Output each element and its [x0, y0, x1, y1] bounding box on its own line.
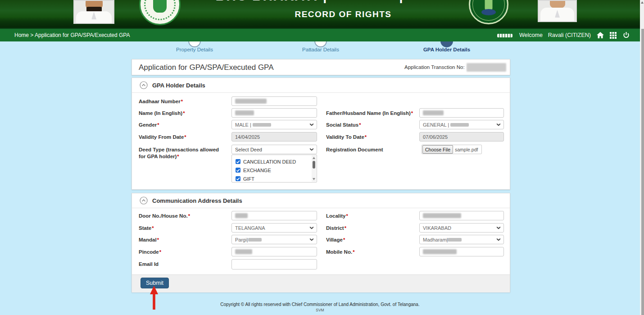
- submit-strip: Submit: [132, 274, 510, 292]
- registration-document-file-input[interactable]: Choose File sample.pdf: [422, 145, 482, 154]
- logout-power-icon[interactable]: [622, 32, 630, 39]
- validity-from-label: Validity From Date: [139, 132, 231, 141]
- navbar-right: తెలుగు Welcome Ravali (CITIZEN): [497, 32, 640, 39]
- mobile-no-label: Mobile No.: [317, 247, 419, 256]
- door-no-label: Door No./House No.: [139, 211, 231, 219]
- home-icon[interactable]: [596, 32, 604, 39]
- pincode-input[interactable]: [231, 247, 317, 256]
- email-id-input[interactable]: [231, 259, 317, 269]
- deed-option-gift[interactable]: GIFT: [236, 174, 317, 183]
- district-select[interactable]: VIKARABAD: [419, 223, 504, 233]
- mandal-label: Mandal: [139, 235, 231, 243]
- page-footer: Copyright © All rights reserved with Chi…: [0, 302, 640, 312]
- communication-address-section: Communication Address Details Door No./H…: [132, 193, 510, 292]
- chevron-down-icon: [310, 123, 313, 126]
- email-id-label: Email Id: [139, 259, 231, 268]
- validity-to-label: Validity To Date: [317, 132, 419, 141]
- gender-label: Gender: [139, 120, 231, 128]
- validity-from-input: 14/04/2025: [231, 132, 317, 142]
- deed-type-placeholder: Select Deed: [235, 147, 262, 152]
- state-select[interactable]: TELANGANA: [231, 223, 317, 233]
- apps-grid-icon[interactable]: [609, 32, 617, 39]
- validity-from-value: 14/04/2025: [235, 134, 260, 140]
- father-husband-name-label: Father/Husband Name (In English): [317, 108, 419, 117]
- step-label-property-details: Property Details: [150, 47, 240, 52]
- redacted-value: [423, 249, 457, 254]
- redacted-value: [235, 110, 254, 115]
- deed-option-cancellation[interactable]: CANCELLATION DEED: [236, 157, 317, 166]
- district-label: District: [317, 223, 419, 232]
- step-label-pattadar-details: Pattadar Details: [276, 47, 366, 52]
- aadhaar-number-input[interactable]: [231, 96, 317, 106]
- language-toggle[interactable]: తెలుగు: [497, 32, 513, 38]
- deed-type-listbox[interactable]: CANCELLATION DEED EXCHANGE GIFT: [231, 155, 317, 183]
- choose-file-button[interactable]: Choose File: [422, 145, 453, 154]
- chevron-down-icon: [310, 227, 313, 229]
- breadcrumb[interactable]: Home > Application for GPA/SPA/Executed …: [14, 32, 130, 38]
- name-english-label: Name (In English): [139, 108, 231, 117]
- deed-type-select[interactable]: Select Deed: [231, 145, 317, 154]
- collapse-chevron-icon: [140, 196, 148, 205]
- redacted-value: [235, 213, 248, 218]
- mandal-select[interactable]: Pargi|పరిగి: [231, 235, 317, 244]
- redacted-value: [235, 99, 267, 104]
- gpa-holder-details-section: GPA Holder Details Aadhaar Number Name (…: [132, 78, 510, 190]
- checkbox-checked-icon[interactable]: [236, 176, 240, 181]
- scrollbar-up-icon[interactable]: [641, 1, 644, 4]
- comm-section-header[interactable]: Communication Address Details: [132, 193, 510, 208]
- redacted-value: [235, 249, 252, 254]
- aadhaar-number-label: Aadhaar Number: [139, 96, 231, 105]
- top-navbar: Home > Application for GPA/SPA/Executed …: [0, 28, 640, 41]
- deed-type-label: Deed Type (transactions allowed for GPA …: [139, 145, 227, 160]
- validity-to-input: 07/06/2025: [419, 132, 504, 142]
- scroll-up-icon[interactable]: [313, 157, 315, 159]
- copyright-text: Copyright © All rights reserved with Chi…: [0, 302, 640, 307]
- village-select[interactable]: Madharam|మాదారం: [419, 235, 504, 244]
- scroll-down-icon[interactable]: [313, 178, 315, 180]
- locality-input[interactable]: [419, 211, 504, 220]
- social-status-value: GENERAL | జనరల్: [423, 122, 469, 128]
- transaction-no-label: Application Transction No:: [404, 64, 465, 70]
- application-title-card: Application for GPA/SPA/Executed GPA App…: [132, 59, 510, 75]
- door-no-input[interactable]: [231, 211, 317, 220]
- step-label-gpa-holder-details: GPA Holder Details: [402, 47, 492, 52]
- checkbox-checked-icon[interactable]: [236, 168, 240, 173]
- scroll-thumb[interactable]: [313, 161, 315, 169]
- chevron-down-icon: [310, 238, 313, 241]
- annotation-arrow-icon: [149, 286, 159, 310]
- registration-document-label: Registration Document: [317, 145, 419, 153]
- village-label: Village: [317, 235, 419, 243]
- telangana-seal-icon: [139, 0, 181, 25]
- mobile-no-input[interactable]: [419, 247, 504, 256]
- locality-label: Locality: [317, 211, 419, 219]
- mandal-value: Pargi|పరిగి: [235, 237, 262, 242]
- gpa-section-title: GPA Holder Details: [152, 82, 205, 89]
- collapse-chevron-icon: [140, 81, 148, 89]
- gender-select[interactable]: MALE | పురుషుడు: [231, 120, 317, 129]
- state-value: TELANGANA: [235, 225, 265, 231]
- chevron-down-icon: [310, 148, 313, 151]
- father-husband-name-input[interactable]: [419, 108, 504, 118]
- bhu-bharati-emblem-icon: [469, 0, 508, 24]
- user-label: Ravali (CITIZEN): [548, 32, 591, 38]
- checkbox-checked-icon[interactable]: [236, 159, 240, 164]
- village-value: Madharam|మాదారం: [423, 237, 462, 242]
- redacted-value: [423, 110, 444, 115]
- deed-option-label: EXCHANGE: [243, 168, 271, 173]
- validity-to-value: 07/06/2025: [423, 134, 448, 140]
- page-scrollbar[interactable]: [640, 0, 644, 315]
- gpa-section-header[interactable]: GPA Holder Details: [132, 78, 510, 93]
- transaction-no-redacted-value: [467, 63, 506, 72]
- header-banner: BHU BHARATI | భూ భారతి | భూ భారతి RECORD…: [0, 0, 640, 28]
- name-english-input[interactable]: [231, 108, 317, 118]
- comm-section-title: Communication Address Details: [152, 197, 242, 204]
- deed-option-label: GIFT: [243, 176, 254, 182]
- scrollbar-thumb[interactable]: [641, 29, 644, 315]
- deed-option-label: CANCELLATION DEED: [243, 159, 296, 164]
- chevron-down-icon: [497, 227, 500, 229]
- footer-sub-text: SVM: [0, 308, 640, 312]
- welcome-label: Welcome: [519, 32, 543, 38]
- social-status-select[interactable]: GENERAL | జనరల్: [419, 120, 504, 129]
- deed-option-exchange[interactable]: EXCHANGE: [236, 166, 317, 174]
- listbox-scrollbar[interactable]: [312, 155, 316, 182]
